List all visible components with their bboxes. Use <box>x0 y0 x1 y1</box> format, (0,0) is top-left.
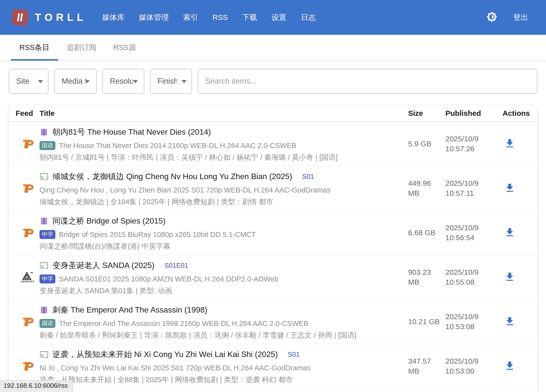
season-label: S01 <box>302 173 314 181</box>
nav-settings[interactable]: 设置 <box>270 10 288 25</box>
logout-button[interactable]: 登出 <box>513 12 528 23</box>
column-header-feed: Feed <box>16 109 39 118</box>
audiences-feed-logo: UDIENCES <box>21 272 35 283</box>
item-meta: 倾城女侯，龙御镇边 | 全104集 | 2025年 | 网络收费短剧 | 类型：… <box>39 197 273 207</box>
subtitle-badge: 中字 <box>39 274 55 283</box>
tab-rss-items[interactable]: RSS条目 <box>11 35 58 60</box>
download-icon <box>504 182 515 195</box>
subtitle-badge: 国语 <box>39 319 55 328</box>
site-filter-label: Site <box>16 77 29 86</box>
title-cell: 变身圣诞老人 SANDA (2025) S01E01 中字 SANDA S01E… <box>39 255 403 299</box>
meta-line: 变身圣诞老人 SANDA 第01集 | 类型: 动画 <box>39 286 403 296</box>
download-button[interactable] <box>503 359 517 374</box>
series-cast-icon <box>39 172 48 181</box>
feed-cell: TP <box>16 315 39 328</box>
download-icon <box>504 271 515 283</box>
finished-filter-label: Finished <box>157 77 177 86</box>
actions-cell <box>498 359 532 374</box>
size-value: 10.21 GB <box>408 317 440 326</box>
published-cell: 2025/10/9 10:55:08 <box>440 267 498 287</box>
meta-line: 倾城女侯，龙御镇边 | 全104集 | 2025年 | 网络收费短剧 | 类型：… <box>39 197 403 207</box>
download-button[interactable] <box>503 270 517 285</box>
subtitle-badge: 国语 <box>39 141 55 150</box>
site-filter-select[interactable]: Site <box>9 69 48 94</box>
subtitle-line: 中字 SANDA S01E01 2025 1080p AMZN WEB-DL H… <box>39 274 403 284</box>
item-subtitle: The Emperor And The Assassin 1998 2160p … <box>59 319 308 328</box>
feed-cell: TP <box>16 182 39 195</box>
subtitle-line: 中字 Bridge of Spies 2015 BluRay 1080p x26… <box>39 229 403 240</box>
download-button[interactable] <box>503 225 517 240</box>
column-header-title: Title <box>39 109 403 118</box>
title-cell: 间谍之桥 Bridge of Spies (2015) 中字 Bridge of… <box>39 211 403 255</box>
audiences-feed-logo-text: UDIENCES <box>21 280 35 283</box>
chevron-down-icon <box>85 80 90 83</box>
nav-indexer[interactable]: 索引 <box>182 10 199 25</box>
nav-media-management[interactable]: 媒体管理 <box>137 10 170 25</box>
size-value: 6.68 GB <box>408 229 435 237</box>
meta-line: 间谍之桥/間諜橋(台)/換諜者(港) 中英字幕 <box>39 241 403 251</box>
app-header: ll TORLL 媒体库 媒体管理 索引 RSS 下载 设置 日志 登出 <box>0 0 546 35</box>
actions-cell <box>498 225 532 240</box>
nav-logs[interactable]: 日志 <box>299 10 317 25</box>
tp-feed-logo: TP <box>22 182 33 195</box>
brand-title: TORLL <box>35 11 87 23</box>
nav-downloads[interactable]: 下载 <box>241 10 259 25</box>
main-nav: 媒体库 媒体管理 索引 RSS 下载 设置 日志 <box>101 10 317 25</box>
tab-rss-sources[interactable]: RSS源 <box>105 35 145 60</box>
movie-film-icon <box>39 128 48 137</box>
series-cast-icon <box>39 261 48 270</box>
meta-line: 朝内81号 / 京城81号 | 导演：叶伟民 | 演员：吴镇宇 / 林心如 / … <box>39 153 403 162</box>
download-icon <box>504 360 515 372</box>
title-line: 倾城女侯，龙御镇边 Qing Cheng Nv Hou Long Yu Zhen… <box>39 171 403 183</box>
published-date: 2025/10/9 <box>445 223 498 233</box>
feed-cell: TP <box>16 137 39 151</box>
download-button[interactable] <box>503 314 517 329</box>
nav-rss[interactable]: RSS <box>211 11 229 24</box>
finished-filter-select[interactable]: Finished <box>150 69 192 94</box>
size-cell: 347.57 MB <box>403 356 440 376</box>
resolution-filter-select[interactable]: Resolution <box>102 69 144 94</box>
theme-toggle-button[interactable] <box>486 11 497 23</box>
nav-media-library[interactable]: 媒体库 <box>101 10 126 25</box>
table-row: UDIENCES 变身圣诞老人 SANDA (2025) S01E01 中字 S… <box>9 255 537 300</box>
published-cell: 2025/10/9 10:56:54 <box>440 223 498 243</box>
feed-cell: UDIENCES <box>16 272 39 283</box>
table-row: TP 倾城女侯，龙御镇边 Qing Cheng Nv Hou Long Yu Z… <box>9 166 537 211</box>
column-header-actions: Actions <box>498 109 532 118</box>
download-icon <box>504 227 515 239</box>
tp-feed-logo: TP <box>22 137 33 151</box>
tab-show-subscriptions[interactable]: 追剧订阅 <box>58 35 105 60</box>
rss-tabs: RSS条目 追剧订阅 RSS源 <box>0 35 546 61</box>
published-date: 2025/10/9 <box>445 356 498 366</box>
search-input[interactable] <box>198 69 537 94</box>
size-value: 5.9 GB <box>408 140 431 148</box>
feed-cell: TP <box>16 359 39 373</box>
item-title: 变身圣诞老人 SANDA (2025) <box>52 260 155 271</box>
item-meta: 变身圣诞老人 SANDA 第01集 | 类型: 动画 <box>39 286 172 296</box>
meta-line: 刺秦 / 始皇帝暗杀 / 荆轲刺秦王 | 导演：陈凯歌 | 演员：巩俐 / 张丰… <box>39 330 403 340</box>
table-row: TP 朝内81号 The House That Never Dies (2014… <box>9 122 537 166</box>
table-row: TP 刺秦 The Emperor And The Assassin (1998… <box>9 300 537 344</box>
media-source-filter-select[interactable]: Media Sou... <box>54 69 97 94</box>
title-cell: 逆袭，从预知未来开始 Ni Xi Cong Yu Zhi Wei Lai Kai… <box>39 344 403 388</box>
app-logo[interactable]: ll <box>12 9 28 25</box>
series-cast-icon <box>39 350 48 359</box>
item-title: 间谍之桥 Bridge of Spies (2015) <box>52 216 165 227</box>
item-meta: 刺秦 / 始皇帝暗杀 / 荆轲刺秦王 | 导演：陈凯歌 | 演员：巩俐 / 张丰… <box>39 330 356 340</box>
download-button[interactable] <box>503 181 517 196</box>
published-time: 10:53:08 <box>445 322 498 332</box>
item-subtitle: Ni Xi , Cong Yu Zhi Wei Lai Kai Shi 2025… <box>39 364 311 372</box>
size-value: 347.57 MB <box>408 357 431 375</box>
subtitle-line: Qing Cheng Nv Hou , Long Yu Zhen Bian 20… <box>39 185 403 196</box>
title-line: 间谍之桥 Bridge of Spies (2015) <box>39 215 403 227</box>
app-logo-mark: ll <box>17 11 23 24</box>
title-cell: 朝内81号 The House That Never Dies (2014) 国… <box>39 122 403 166</box>
item-title: 逆袭，从预知未来开始 Ni Xi Cong Yu Zhi Wei Lai Kai… <box>52 349 278 360</box>
published-cell: 2025/10/9 10:57:26 <box>440 134 498 154</box>
download-button[interactable] <box>503 136 517 152</box>
season-label: S01E01 <box>164 262 188 270</box>
table-row: TP 逆袭，从预知未来开始 Ni Xi Cong Yu Zhi Wei Lai … <box>9 344 537 389</box>
resolution-filter-label: Resolution <box>110 77 133 86</box>
table-header-row: Feed Title Size Published Actions <box>9 105 537 122</box>
published-cell: 2025/10/9 10:57:11 <box>440 178 498 198</box>
